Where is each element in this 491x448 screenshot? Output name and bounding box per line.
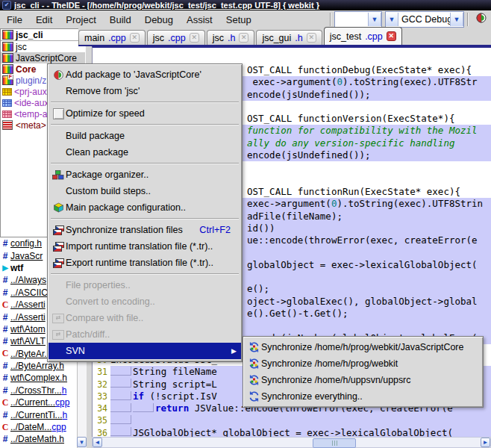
menu-item-optimize-for-speed[interactable]: Optimize for speed	[49, 105, 241, 122]
tab-jsc-cpp[interactable]: jsc.cpp✕	[147, 30, 205, 45]
header-file-icon: #	[0, 275, 10, 285]
tree-item-jsc-cli[interactable]: jsc_cli	[1, 29, 85, 41]
menu-separator	[51, 124, 239, 125]
close-icon[interactable]: ✕	[130, 33, 140, 43]
chevron-down-icon[interactable]: ▼	[386, 13, 398, 26]
checkbox-icon	[51, 108, 66, 119]
code-segment: OST_CALL functionRun(ExecState* exec){	[247, 186, 460, 197]
scroll-right-icon[interactable]: ►	[481, 438, 490, 447]
menu-item-synchronize-translation-files[interactable]: Synchronize translation filesCtrl+F2	[49, 222, 241, 238]
file-list-item[interactable]: C../DateM...cpp	[0, 421, 77, 433]
menu-item-label: Add package to 'JavaScriptCore'	[66, 69, 201, 80]
build-method-combo[interactable]: ▼ GCC Debug ▼	[385, 11, 464, 28]
tab-guide	[110, 367, 131, 376]
code-text: JSGlobalObject* globalObject = exec->lex…	[133, 427, 453, 437]
menu-item-export-runtime-translation-file-tr[interactable]: Export runtime translation file (*.tr)..	[49, 255, 241, 271]
menubar-item-edit[interactable]: Edit	[29, 12, 59, 28]
tree-item-label: jsc	[16, 42, 27, 52]
tab-extension: .h	[228, 33, 235, 43]
tree-item-jsc[interactable]: jsc	[1, 41, 85, 52]
tab-guide	[110, 415, 131, 424]
package-icon: F	[2, 75, 13, 85]
checkbox-icon[interactable]	[53, 108, 64, 119]
scroll-left-icon[interactable]: ◄	[93, 438, 102, 447]
chevron-down-icon[interactable]: ▼	[368, 13, 381, 26]
close-icon[interactable]: ✕	[190, 33, 199, 43]
svn-sync-icon	[246, 358, 261, 369]
code-text: String script=L	[133, 379, 217, 391]
menu-item-package-organizer[interactable]: Package organizer..	[49, 167, 241, 183]
tab-jsc_test-cpp[interactable]: jsc_test.cpp✕	[324, 27, 402, 45]
submenu-item-synchronize-home-h-prog-webkit[interactable]: Synchronize /home/h/prog/webkit	[244, 355, 482, 372]
file-list-item[interactable]: #../CrossThr...h	[0, 385, 77, 396]
tab-guide	[110, 403, 131, 412]
menu-item-custom-build-steps[interactable]: Custom build steps..	[49, 183, 241, 199]
menu-bar: FileEditProjectBuildDebugAssistSetup ▼ ▼…	[0, 10, 491, 28]
code-segment: String script=L	[133, 379, 217, 390]
tree-item-javascriptcore[interactable]: JavaScriptCore	[1, 52, 85, 63]
code-segment: if	[133, 391, 144, 402]
file-list-item[interactable]: #../DateMath.h	[0, 433, 77, 445]
menu-item-svn[interactable]: SVN▶	[49, 343, 241, 359]
file-list-item[interactable]: C../Current...cpp	[0, 396, 77, 408]
menubar-item-build[interactable]: Build	[103, 12, 138, 28]
translation-flags-icon	[51, 242, 66, 252]
menubar-item-debug[interactable]: Debug	[138, 12, 180, 28]
menu-item-clean-package[interactable]: Clean package	[49, 144, 241, 161]
package-icon	[2, 64, 13, 74]
header-file-icon: #	[0, 410, 10, 420]
submenu-item-synchronize-everything[interactable]: Synchronize everything..	[244, 388, 482, 405]
menubar-item-assist[interactable]: Assist	[180, 12, 219, 28]
menu-item-label: Synchronize translation files	[66, 225, 183, 235]
package-organizer-icon	[51, 170, 66, 180]
chevron-down-icon[interactable]: ▼	[450, 13, 463, 26]
window-title: jsc_cli - - TheIDE - [/home/h/prog/webki…	[14, 1, 319, 10]
file-name: ../DateM...	[10, 422, 51, 432]
line-number: 35	[93, 414, 110, 426]
file-name: wtf\Atom	[10, 324, 46, 335]
file-name: ../Asserti	[10, 299, 46, 310]
package-icon[interactable]	[475, 13, 487, 26]
menu-item-add-package-to-javascriptcore[interactable]: Add package to 'JavaScriptCore'	[49, 66, 241, 83]
scroll-down-icon[interactable]: ▼	[77, 437, 87, 447]
file-list-item[interactable]: #wtf\Complex.h	[0, 372, 77, 384]
close-icon[interactable]: ✕	[387, 31, 396, 41]
submenu-item-synchronize-home-h-prog-webkit-javascriptcore[interactable]: Synchronize /home/h/prog/webkit/JavaScri…	[244, 339, 482, 355]
code-text: if (!script.IsV	[133, 391, 217, 402]
tab-extension: .cpp	[108, 33, 126, 43]
tree-item-label: jsc_cli	[16, 30, 43, 40]
menu-item-build-package[interactable]: Build package	[49, 128, 241, 144]
scrollbar-thumb[interactable]	[313, 438, 356, 448]
menu-item-remove-from-jsc[interactable]: Remove from 'jsc'	[49, 83, 241, 99]
file-name: config.h	[10, 238, 42, 249]
close-icon[interactable]: ✕	[307, 33, 316, 43]
code-segment: globalObject = exec->lexicalGlobalObject…	[247, 259, 478, 270]
menubar-item-file[interactable]: File	[0, 12, 29, 28]
menu-item-label: Patch/diff..	[66, 329, 110, 340]
tab-name: jsc	[213, 33, 224, 43]
tab-jsc-h[interactable]: jsc.h✕	[207, 30, 255, 45]
window-menu-icon[interactable]: ✔	[2, 1, 11, 10]
code-segment: oject->globalExec(), globalObject->globa…	[247, 296, 478, 307]
tab-main-cpp[interactable]: main.cpp✕	[78, 30, 146, 45]
submenu-item-label: Synchronize everything..	[261, 391, 363, 402]
file-list-item[interactable]: #../CurrentTi...h	[0, 408, 77, 420]
tree-item-label: Core	[16, 64, 36, 75]
submenu-item-synchronize-home-h-uppsvn-uppsrc[interactable]: Synchronize /home/h/uppsvn/uppsrc	[244, 372, 482, 388]
file-extension: h	[63, 410, 68, 420]
main-config-combo[interactable]: ▼	[334, 11, 382, 28]
menu-item-main-package-configuration[interactable]: Main package configuration..	[49, 199, 241, 216]
theide-window: { "window": { "title": "jsc_cli - - TheI…	[0, 0, 491, 448]
tab-name: main	[84, 33, 104, 43]
line-number: 36	[93, 427, 110, 437]
menubar-item-setup[interactable]: Setup	[219, 12, 258, 28]
code-segment: adFile(fileName);	[247, 211, 343, 222]
menu-item-import-runtime-translation-file-tr[interactable]: Import runtime translation file (*.tr)..	[49, 238, 241, 255]
close-icon[interactable]: ✕	[239, 33, 248, 43]
tab-jsc_gui-h[interactable]: jsc_gui.h✕	[256, 30, 322, 45]
submenu-item-label: Synchronize /home/h/prog/webkit	[261, 358, 398, 369]
menu-separator	[51, 163, 239, 164]
compare-icon: ⇄	[52, 314, 64, 323]
editor-hscrollbar[interactable]: ◄ ►	[92, 437, 491, 448]
menubar-item-project[interactable]: Project	[59, 12, 102, 28]
